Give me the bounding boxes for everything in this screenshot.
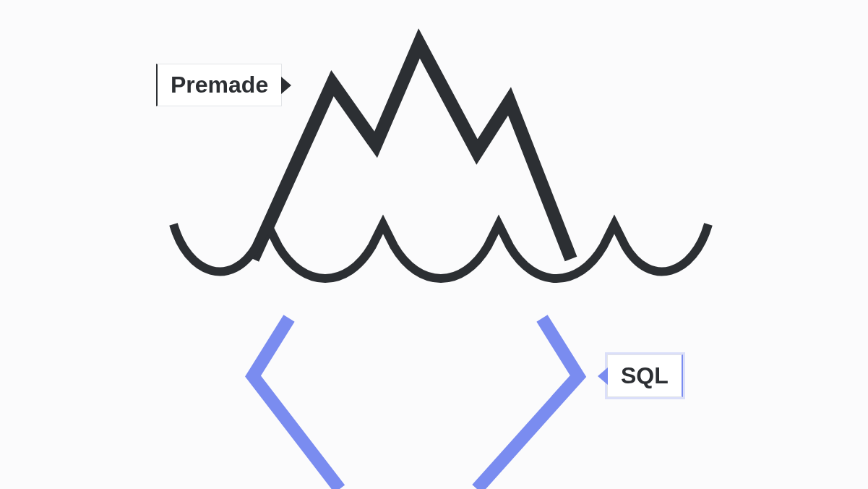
waterline-icon	[173, 224, 708, 278]
sql-bracket-left-icon	[253, 318, 340, 489]
sql-bracket-right-icon	[477, 318, 578, 489]
premade-label-text: Premade	[171, 72, 268, 98]
sql-label[interactable]: SQL	[607, 354, 683, 397]
sql-label-text: SQL	[621, 362, 669, 389]
diagram-canvas	[0, 0, 868, 489]
premade-label: Premade	[156, 64, 282, 106]
iceberg-peaks-icon	[253, 43, 571, 259]
